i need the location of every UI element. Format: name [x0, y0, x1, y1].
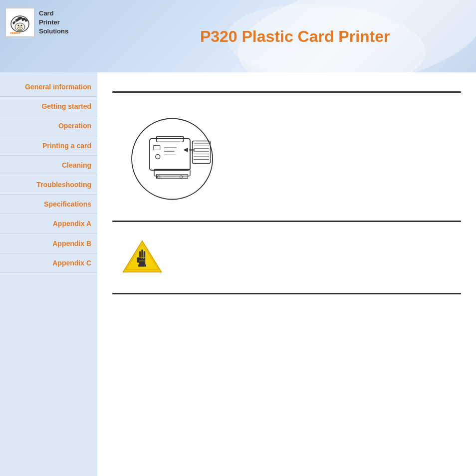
- svg-point-4: [21, 25, 22, 26]
- logo-text: Card Printer Solutions: [39, 9, 68, 36]
- logo-line2: Printer: [39, 18, 60, 26]
- svg-rect-32: [141, 249, 143, 260]
- main-content: [97, 72, 476, 476]
- zebra-logo-svg: ZEBRA: [7, 10, 32, 35]
- svg-rect-34: [137, 257, 139, 263]
- svg-text:ZEBRA: ZEBRA: [10, 31, 20, 34]
- sidebar-item-appendix-a[interactable]: Appendix A: [0, 214, 97, 234]
- svg-rect-11: [193, 141, 211, 164]
- svg-point-21: [156, 155, 160, 159]
- sidebar-item-appendix-c[interactable]: Appendix C: [0, 253, 97, 273]
- svg-rect-33: [144, 251, 146, 260]
- divider-top: [112, 91, 461, 93]
- divider-bottom: [112, 293, 461, 294]
- printer-illustration-container: [112, 102, 461, 212]
- sidebar: General information Getting started Oper…: [0, 72, 97, 476]
- svg-rect-25: [157, 175, 188, 178]
- svg-rect-20: [153, 146, 160, 150]
- svg-point-5: [17, 27, 22, 30]
- svg-marker-19: [184, 148, 188, 152]
- svg-point-7: [132, 119, 213, 200]
- logo-line3: Solutions: [39, 27, 68, 35]
- zebra-logo: ZEBRA: [5, 7, 35, 37]
- svg-rect-36: [138, 264, 146, 266]
- sidebar-item-general-information[interactable]: General information: [0, 77, 97, 97]
- page-title: P320 Plastic Card Printer: [200, 27, 390, 45]
- sidebar-item-operation[interactable]: Operation: [0, 116, 97, 136]
- divider-middle: [112, 221, 461, 222]
- sidebar-item-specifications[interactable]: Specifications: [0, 195, 97, 214]
- logo-line1: Card: [39, 9, 54, 17]
- logo-container: ZEBRA Card Printer Solutions: [5, 7, 68, 37]
- svg-point-3: [18, 25, 19, 26]
- sidebar-item-printing-card[interactable]: Printing a card: [0, 136, 97, 156]
- sidebar-item-cleaning[interactable]: Cleaning: [0, 156, 97, 175]
- sidebar-item-appendix-b[interactable]: Appendix B: [0, 234, 97, 253]
- sidebar-item-troubleshooting[interactable]: Troubleshooting: [0, 175, 97, 195]
- main-layout: General information Getting started Oper…: [0, 72, 476, 476]
- printer-illustration-svg: [122, 112, 222, 202]
- sidebar-item-getting-started[interactable]: Getting started: [0, 97, 97, 116]
- header: ZEBRA Card Printer Solutions P320 Plasti…: [0, 0, 476, 72]
- warning-section: [112, 231, 461, 284]
- svg-rect-8: [150, 139, 190, 170]
- warning-icon-svg: [122, 238, 162, 274]
